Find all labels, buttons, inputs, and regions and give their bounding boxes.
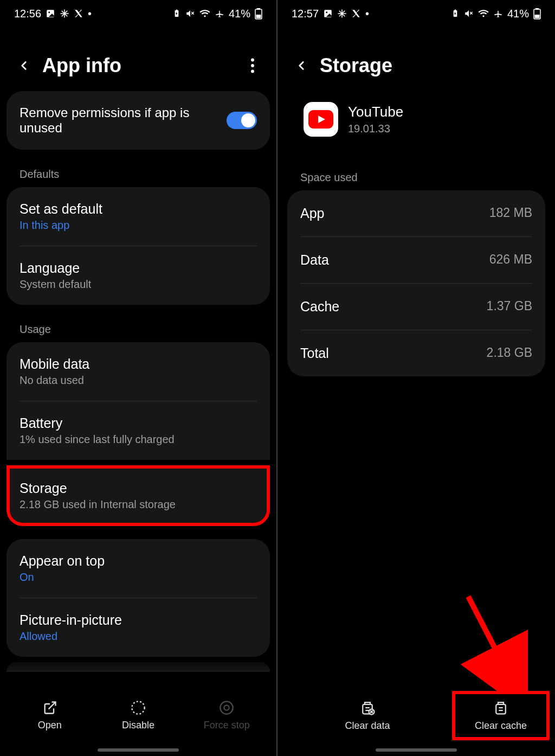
display-card: Appear on top On Picture-in-picture Allo… [7,539,270,657]
cache-size-label: Cache [300,299,339,315]
mute-icon [464,9,474,18]
back-button[interactable] [292,56,311,75]
remove-permissions-card: Remove permissions if app is unused [7,91,270,150]
dot-icon: • [365,8,369,20]
svg-line-25 [468,597,512,681]
svg-point-16 [326,11,327,13]
svg-point-12 [132,701,144,714]
appear-on-top-title: Appear on top [20,553,257,569]
clear-cache-label: Clear cache [475,720,527,732]
status-time: 12:56 [14,8,41,20]
gallery-icon [46,9,55,18]
svg-point-13 [221,701,233,714]
svg-rect-3 [176,10,178,11]
asterisk-icon [337,9,347,18]
storage-row[interactable]: Storage 2.18 GB used in Internal storage [10,469,267,523]
section-defaults-label: Defaults [7,155,270,187]
clear-cache-button[interactable]: Clear cache [455,694,546,737]
set-as-default-title: Set as default [20,201,257,217]
cache-size-row: Cache 1.37 GB [287,284,545,330]
usage-card: Mobile data No data used Battery 1% used… [7,342,270,460]
total-size-value: 2.18 GB [487,345,532,361]
pip-row[interactable]: Picture-in-picture Allowed [7,598,270,657]
mobile-data-title: Mobile data [20,356,257,372]
svg-rect-22 [535,8,539,10]
language-title: Language [20,260,257,276]
clear-data-label: Clear data [345,720,390,732]
svg-rect-8 [256,15,261,18]
svg-point-14 [224,705,229,710]
nav-pill[interactable] [98,748,179,752]
svg-rect-7 [257,8,260,10]
mobile-data-sub: No data used [20,374,257,387]
app-size-value: 182 MB [489,206,532,221]
bottombar-left: Open Disable Force stop [0,691,276,756]
svg-point-10 [251,64,254,67]
cache-size-value: 1.37 GB [487,299,532,315]
data-size-value: 626 MB [489,252,532,268]
dot-icon: • [88,8,92,20]
remove-permissions-label: Remove permissions if app is unused [20,105,227,136]
language-row[interactable]: Language System default [7,246,270,305]
space-used-label: Space used [287,158,545,190]
spacer [278,391,555,691]
battery-row[interactable]: Battery 1% used since last fully charged [7,401,270,460]
battery-title: Battery [20,415,257,431]
status-time: 12:57 [292,8,319,20]
battery-saver-icon [172,9,181,18]
force-stop-button: Force stop [183,700,271,731]
gallery-icon [323,9,333,18]
disable-label: Disable [122,720,154,731]
airplane-icon [215,9,224,18]
youtube-icon [304,102,338,137]
app-name: YouTube [348,104,403,120]
page-title: App info [42,54,243,77]
mobile-data-row[interactable]: Mobile data No data used [7,342,270,401]
airplane-icon [493,9,503,18]
force-stop-label: Force stop [204,720,250,731]
x-icon [74,9,83,18]
mute-icon [185,9,195,18]
language-sub: System default [20,278,257,291]
battery-saver-icon [451,9,460,18]
storage-highlight-annotation: Storage 2.18 GB used in Internal storage [7,465,270,526]
clear-cache-highlight-annotation: Clear cache [452,691,550,740]
asterisk-icon [60,9,69,18]
wifi-icon [199,9,210,18]
app-header: YouTube 19.01.33 [287,91,545,158]
battery-percent: 41% [229,8,250,20]
header-left: App info [0,27,276,91]
battery-percent: 41% [507,8,529,20]
left-screen-app-info: 12:56 • 41% [0,0,278,756]
data-size-label: Data [300,252,329,268]
section-usage-label: Usage [7,310,270,342]
total-size-label: Total [300,345,329,361]
content-right: YouTube 19.01.33 Space used App 182 MB D… [278,91,555,391]
content-left: Remove permissions if app is unused Defa… [0,91,276,691]
app-size-label: App [300,206,324,221]
set-as-default-sub: In this app [20,219,257,232]
storage-title: Storage [20,480,257,496]
app-version: 19.01.33 [348,123,403,135]
open-button[interactable]: Open [5,700,94,731]
open-label: Open [38,720,62,731]
storage-sub: 2.18 GB used in Internal storage [20,498,257,511]
wifi-icon [478,9,489,18]
defaults-card: Set as default In this app Language Syst… [7,187,270,305]
back-button[interactable] [14,56,34,75]
disable-button[interactable]: Disable [94,700,182,731]
more-options-button[interactable] [243,56,262,75]
battery-sub: 1% used since last fully charged [20,433,257,446]
remove-permissions-toggle[interactable] [227,112,257,129]
page-title: Storage [320,54,541,77]
svg-rect-23 [535,15,540,18]
set-as-default-row[interactable]: Set as default In this app [7,187,270,246]
pip-title: Picture-in-picture [20,612,257,628]
bottombar-right: Clear data Clear cache [278,691,555,756]
nav-pill[interactable] [376,748,457,752]
header-right: Storage [278,27,555,91]
app-size-row: App 182 MB [287,190,545,236]
pip-sub: Allowed [20,630,257,643]
clear-data-button[interactable]: Clear data [283,700,452,732]
appear-on-top-row[interactable]: Appear on top On [7,539,270,598]
